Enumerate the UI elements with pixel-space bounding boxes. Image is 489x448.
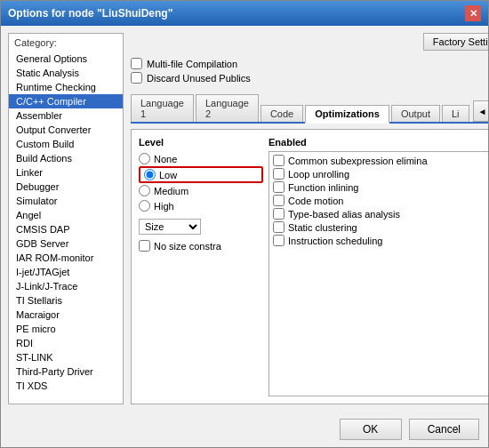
cse-label: Common subexpression elimina <box>288 156 428 166</box>
instruction-scheduling-checkbox[interactable] <box>273 235 285 246</box>
static-clustering-checkbox[interactable] <box>273 221 285 233</box>
tab-language2[interactable]: Language 2 <box>196 94 259 122</box>
sidebar-item-cpp-compiler[interactable]: C/C++ Compiler <box>9 94 123 108</box>
dropdown-row: Size Speed Balanced <box>139 219 263 235</box>
enabled-list: Common subexpression elimina Loop unroll… <box>269 151 488 396</box>
discard-unused-label: Discard Unused Publics <box>147 73 251 84</box>
level-low-radio[interactable] <box>144 169 156 180</box>
multi-file-compilation-label: Multi-file Compilation <box>147 59 237 69</box>
main-panel: Factory Settings Multi-file Compilation … <box>131 33 488 404</box>
code-motion-checkbox[interactable] <box>273 195 285 206</box>
sidebar-item-angel[interactable]: Angel <box>9 208 123 222</box>
level-none-label: None <box>154 154 177 164</box>
window-title: Options for node "LiuShuiDeng" <box>8 7 172 20</box>
sidebar-item-jlink-jtrace[interactable]: J-Link/J-Trace <box>9 279 123 293</box>
level-panel: Level None Low Medium <box>139 137 263 396</box>
sidebar-label: Category: <box>9 34 123 52</box>
content-area: Category: General Options Static Analysi… <box>1 26 488 412</box>
enabled-list-inner: Common subexpression elimina Loop unroll… <box>269 152 488 249</box>
tabs-row: Language 1 Language 2 Code Optimizations… <box>131 94 488 124</box>
static-clustering-label: Static clustering <box>288 222 357 233</box>
list-item: Static clustering <box>273 220 488 234</box>
multi-file-compilation-row: Multi-file Compilation <box>131 58 488 69</box>
main-window: Options for node "LiuShuiDeng" ✕ Categor… <box>0 0 489 448</box>
sidebar: Category: General Options Static Analysi… <box>8 33 124 404</box>
level-high-label: High <box>154 201 174 212</box>
checkboxes-area: Multi-file Compilation Discard Unused Pu… <box>131 56 488 85</box>
no-size-row: No size constra <box>139 240 263 252</box>
tab-optimizations[interactable]: Optimizations <box>305 105 389 124</box>
level-low-label: Low <box>159 170 177 180</box>
list-item: Code motion <box>273 194 488 207</box>
loop-unrolling-label: Loop unrolling <box>288 169 349 180</box>
sidebar-item-ti-stellaris[interactable]: TI Stellaris <box>9 293 123 308</box>
level-medium-radio[interactable] <box>139 185 150 196</box>
level-high-row: High <box>139 198 263 213</box>
list-item: Function inlining <box>273 180 488 194</box>
tab-output[interactable]: Output <box>391 105 440 122</box>
cancel-button[interactable]: Cancel <box>409 419 479 440</box>
sidebar-item-build-actions[interactable]: Build Actions <box>9 151 123 165</box>
close-button[interactable]: ✕ <box>465 5 481 21</box>
list-item: Type-based alias analysis <box>273 207 488 220</box>
level-high-radio[interactable] <box>139 200 150 212</box>
enabled-label: Enabled <box>269 137 488 148</box>
no-size-constraint-label: No size constra <box>154 241 221 252</box>
sidebar-item-output-converter[interactable]: Output Converter <box>9 123 123 137</box>
sidebar-item-gdb-server[interactable]: GDB Server <box>9 236 123 251</box>
code-motion-label: Code motion <box>288 196 343 206</box>
discard-unused-row: Discard Unused Publics <box>131 72 488 84</box>
factory-settings-button[interactable]: Factory Settings <box>423 33 488 51</box>
sidebar-item-ijet-jtagjet[interactable]: I-jet/JTAGjet <box>9 265 123 279</box>
tab-li[interactable]: Li <box>442 105 469 122</box>
level-medium-label: Medium <box>154 186 188 196</box>
level-none-row: None <box>139 151 263 166</box>
type-based-alias-checkbox[interactable] <box>273 208 285 220</box>
sidebar-item-macraigor[interactable]: Macraigor <box>9 308 123 322</box>
tab-content-panel: Level None Low Medium <box>131 129 488 404</box>
sidebar-item-iar-rom-monitor[interactable]: IAR ROM-monitor <box>9 251 123 265</box>
instruction-scheduling-label: Instruction scheduling <box>288 236 382 246</box>
loop-unrolling-checkbox[interactable] <box>273 168 285 180</box>
ok-button[interactable]: OK <box>340 419 402 440</box>
tab-code[interactable]: Code <box>261 105 303 122</box>
sidebar-item-st-link[interactable]: ST-LINK <box>9 350 123 364</box>
function-inlining-label: Function inlining <box>288 182 359 193</box>
sidebar-item-third-party-driver[interactable]: Third-Party Driver <box>9 364 123 379</box>
footer-bar: OK Cancel <box>1 412 488 447</box>
sidebar-item-custom-build[interactable]: Custom Build <box>9 137 123 151</box>
discard-unused-checkbox[interactable] <box>131 72 142 84</box>
sidebar-item-ti-xds[interactable]: TI XDS <box>9 379 123 393</box>
tab-prev-button[interactable]: ◄ <box>473 100 488 122</box>
sidebar-item-linker[interactable]: Linker <box>9 165 123 180</box>
enabled-panel: Enabled Common subexpression elimina Loo… <box>269 137 488 396</box>
tab-language1[interactable]: Language 1 <box>131 94 194 122</box>
no-size-constraint-checkbox[interactable] <box>139 240 150 252</box>
size-dropdown[interactable]: Size Speed Balanced <box>139 219 201 235</box>
list-item: Instruction scheduling <box>273 234 488 247</box>
sidebar-item-static-analysis[interactable]: Static Analysis <box>9 66 123 80</box>
cse-checkbox[interactable] <box>273 155 285 166</box>
level-low-row: Low <box>139 166 263 183</box>
sidebar-item-runtime-checking[interactable]: Runtime Checking <box>9 80 123 94</box>
sidebar-item-assembler[interactable]: Assembler <box>9 108 123 123</box>
sidebar-item-general-options[interactable]: General Options <box>9 52 123 66</box>
multi-file-compilation-checkbox[interactable] <box>131 58 142 69</box>
sidebar-item-rdi[interactable]: RDI <box>9 336 123 350</box>
factory-btn-row: Factory Settings <box>131 33 488 51</box>
level-none-radio[interactable] <box>139 153 150 164</box>
list-item: Common subexpression elimina <box>273 154 488 167</box>
title-bar: Options for node "LiuShuiDeng" ✕ <box>1 1 488 26</box>
list-item: Loop unrolling <box>273 167 488 180</box>
sidebar-item-simulator[interactable]: Simulator <box>9 194 123 208</box>
sidebar-item-pe-micro[interactable]: PE micro <box>9 322 123 336</box>
sidebar-item-cmsis-dap[interactable]: CMSIS DAP <box>9 222 123 236</box>
function-inlining-checkbox[interactable] <box>273 181 285 193</box>
level-medium-row: Medium <box>139 183 263 198</box>
type-based-alias-label: Type-based alias analysis <box>288 209 400 220</box>
level-label: Level <box>139 137 263 148</box>
sidebar-item-debugger[interactable]: Debugger <box>9 180 123 194</box>
